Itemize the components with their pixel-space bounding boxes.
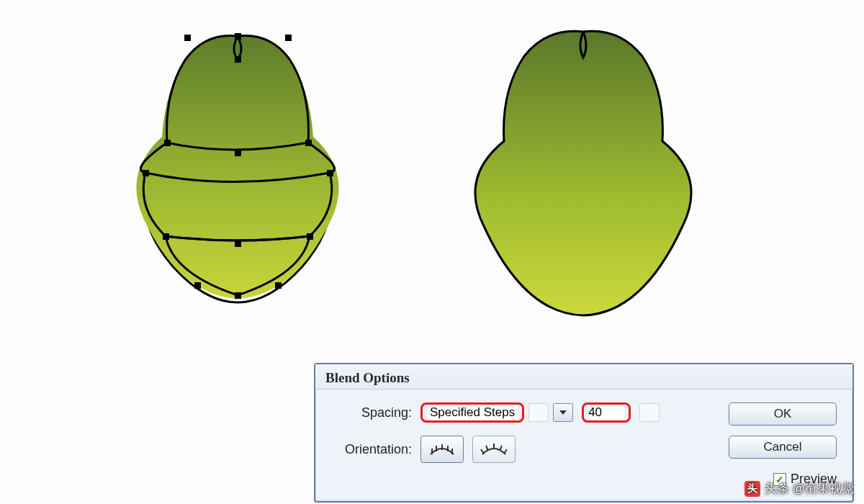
orientation-align-path-button[interactable] xyxy=(472,436,516,463)
ok-button[interactable]: OK xyxy=(729,402,837,426)
svg-rect-0 xyxy=(184,35,191,41)
spacing-spacer xyxy=(528,403,549,422)
spacing-label: Spacing: xyxy=(331,405,412,420)
svg-line-21 xyxy=(486,446,488,451)
spacing-value-input[interactable]: 40 xyxy=(588,405,624,420)
svg-rect-3 xyxy=(235,56,241,63)
artwork-canvas xyxy=(0,0,864,360)
align-to-page-icon xyxy=(428,441,456,457)
svg-line-23 xyxy=(500,446,502,451)
dialog-title: Blend Options xyxy=(315,364,852,390)
svg-rect-13 xyxy=(235,292,241,299)
spacing-dropdown-button[interactable] xyxy=(553,403,573,422)
spacing-mode-select[interactable]: Specified Steps xyxy=(427,405,518,420)
orientation-align-page-button[interactable] xyxy=(420,436,464,463)
svg-line-20 xyxy=(481,449,484,454)
svg-rect-14 xyxy=(275,282,282,289)
orientation-label: Orientation: xyxy=(331,442,412,457)
svg-rect-2 xyxy=(285,35,292,41)
svg-rect-8 xyxy=(327,170,333,176)
svg-rect-5 xyxy=(235,150,241,156)
spacing-value-spacer xyxy=(639,403,660,422)
svg-rect-4 xyxy=(164,140,171,146)
svg-rect-1 xyxy=(235,33,241,40)
align-to-path-icon xyxy=(480,441,508,457)
left-blend-shape[interactable] xyxy=(136,33,338,302)
svg-rect-9 xyxy=(163,233,169,240)
svg-rect-10 xyxy=(235,240,241,247)
spacing-value-highlight: 40 xyxy=(582,402,631,423)
blend-options-dialog: Blend Options Spacing: Specified Steps 4… xyxy=(314,363,854,503)
preview-checkbox[interactable]: ✓ xyxy=(773,473,786,486)
spacing-mode-highlight: Specified Steps xyxy=(420,402,524,423)
preview-label: Preview xyxy=(791,472,837,487)
svg-rect-12 xyxy=(194,282,201,289)
svg-rect-6 xyxy=(305,140,312,146)
chevron-down-icon xyxy=(559,410,567,415)
cancel-button[interactable]: Cancel xyxy=(729,436,837,459)
right-blend-shape[interactable] xyxy=(475,31,691,315)
svg-rect-11 xyxy=(307,233,313,240)
svg-line-24 xyxy=(504,449,507,454)
svg-rect-7 xyxy=(143,170,149,176)
